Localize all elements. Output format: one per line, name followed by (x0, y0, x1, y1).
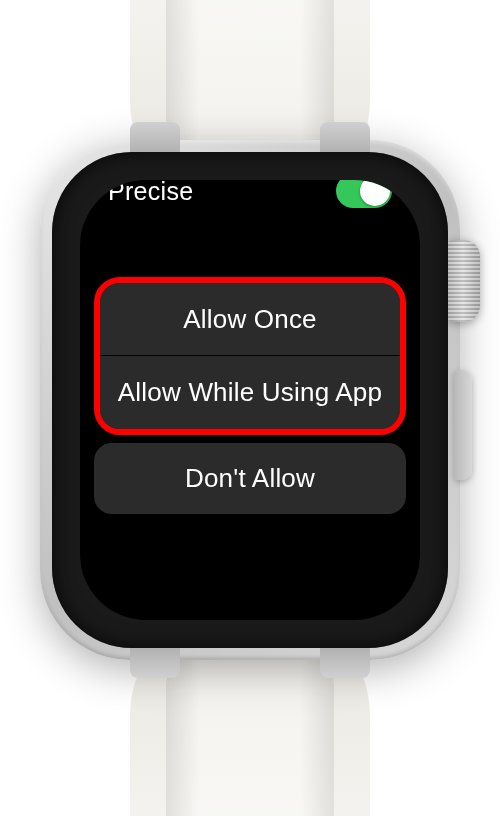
spacer (94, 212, 406, 277)
spacer (94, 514, 406, 606)
watch-case: Precise Allow Once Allow While Using App… (40, 140, 460, 660)
digital-crown[interactable] (446, 240, 480, 322)
precise-label: Precise (108, 180, 193, 206)
toggle-knob (360, 180, 390, 206)
highlighted-options: Allow Once Allow While Using App (94, 277, 406, 435)
precise-toggle[interactable] (336, 180, 392, 208)
watch-bezel: Precise Allow Once Allow While Using App… (52, 152, 448, 648)
location-permission-dialog: Precise Allow Once Allow While Using App… (94, 194, 406, 606)
side-button[interactable] (454, 370, 472, 480)
dont-allow-button[interactable]: Don't Allow (94, 443, 406, 514)
allow-while-using-button[interactable]: Allow While Using App (100, 356, 400, 429)
precise-location-row[interactable]: Precise (94, 180, 406, 212)
watch-screen: Precise Allow Once Allow While Using App… (80, 180, 420, 620)
allow-once-button[interactable]: Allow Once (100, 283, 400, 356)
watch-band-bottom (130, 656, 370, 816)
